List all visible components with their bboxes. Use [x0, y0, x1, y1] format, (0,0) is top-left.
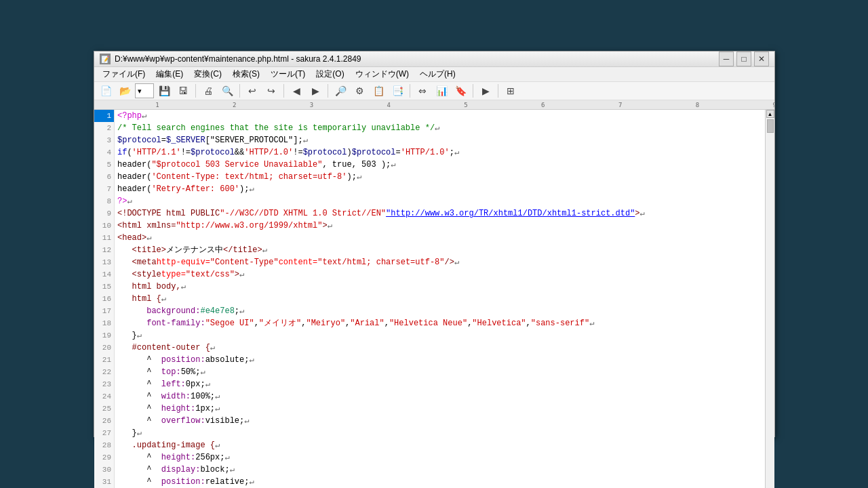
saveas-button[interactable]: 🖫	[174, 82, 192, 100]
line-num-29: 29	[94, 451, 114, 464]
line-num-17: 17	[94, 305, 114, 317]
line-num-7: 7	[94, 183, 114, 195]
menu-window[interactable]: ウィンドウ(W)	[350, 67, 414, 81]
menu-settings[interactable]: 設定(O)	[311, 67, 349, 81]
line-num-30: 30	[94, 464, 114, 476]
line-num-24: 24	[94, 390, 114, 403]
line-num-13: 13	[94, 256, 114, 268]
scroll-thumb-v[interactable]	[767, 119, 774, 133]
line-num-28: 28	[94, 439, 114, 451]
open-dropdown[interactable]: ▾	[135, 83, 154, 98]
title-bar-left: 📝 D:¥www¥wp¥wp-content¥maintenance.php.h…	[100, 54, 361, 64]
code-line-14: <style type="text/css">↵	[115, 268, 765, 281]
undo-button[interactable]: ↩	[243, 82, 261, 100]
code-line-12: <title>メンテナンス中</title>↵	[115, 244, 765, 256]
line-num-14: 14	[94, 268, 114, 281]
line-num-2: 2	[94, 122, 114, 134]
close-button[interactable]: ✕	[754, 52, 769, 66]
code-line-17: background:#e4e7e8;↵	[115, 305, 765, 317]
line-num-8: 8	[94, 195, 114, 207]
app-icon: 📝	[100, 54, 111, 64]
line-num-12: 12	[94, 244, 114, 256]
separator-6	[473, 84, 473, 98]
menu-help[interactable]: ヘルプ(H)	[414, 67, 461, 81]
code-line-5: header( "$protocol 503 Service Unavailab…	[115, 159, 765, 171]
nav-next-button[interactable]: ▶	[307, 82, 324, 100]
menu-tools[interactable]: ツール(T)	[265, 67, 311, 81]
fgrep-button[interactable]: 📑	[389, 82, 406, 100]
line-numbers: 1 2 3 4 5 6 7 8 9 10 11 12 13 14 15 16 1…	[94, 110, 115, 488]
line-num-18: 18	[94, 317, 114, 329]
code-line-7: header( 'Retry-After: 600' );↵	[115, 183, 765, 195]
vertical-scrollbar[interactable]: ▲ ▼	[765, 110, 774, 488]
line-num-10: 10	[94, 220, 114, 232]
toolbar: 📄 📂 ▾ 💾 🖫 🖨 🔍 ↩ ↪ ◀ ▶ 🔎 ⚙ 📋 📑 ⇔ 📊 🔖 ▶ ⊞	[94, 82, 774, 100]
save-button[interactable]: 💾	[155, 82, 173, 100]
code-line-30: ^ display:block;↵	[115, 464, 765, 476]
code-line-15: html body,↵	[115, 281, 765, 293]
line-num-25: 25	[94, 403, 114, 415]
nav-prev-button[interactable]: ◀	[288, 82, 305, 100]
line-num-19: 19	[94, 329, 114, 342]
code-line-13: <meta http-equiv="Content-Type" content=…	[115, 256, 765, 268]
code-line-4: if ( 'HTTP/1.1' != $protocol && 'HTTP/1.…	[115, 146, 765, 159]
line-num-15: 15	[94, 281, 114, 293]
code-line-23: ^ left: 0px;↵	[115, 378, 765, 390]
separator-2	[239, 84, 240, 98]
code-line-20: #content-outer {↵	[115, 342, 765, 354]
window-title: D:¥www¥wp¥wp-content¥maintenance.php.htm…	[115, 54, 361, 64]
menu-file[interactable]: ファイル(F)	[97, 67, 151, 81]
preview-button[interactable]: 🔍	[218, 82, 236, 100]
code-line-24: ^ width: 100%;↵	[115, 390, 765, 403]
line-num-21: 21	[94, 354, 114, 366]
code-line-29: ^ height:256px;↵	[115, 451, 765, 464]
code-line-26: ^ overflow: visible;↵	[115, 415, 765, 427]
code-line-25: ^ height: 1px;↵	[115, 403, 765, 415]
title-buttons: ─ □ ✕	[719, 52, 769, 66]
scroll-up-button[interactable]: ▲	[766, 110, 774, 118]
replace-button[interactable]: ⚙	[351, 82, 368, 100]
menu-edit[interactable]: 編集(E)	[151, 67, 189, 81]
minimize-button[interactable]: ─	[719, 52, 734, 66]
separator-4	[328, 84, 328, 98]
line-num-20: 20	[94, 342, 114, 354]
separator-5	[410, 84, 410, 98]
code-line-10: <html xmlns="http://www.w3.org/1999/xhtm…	[115, 220, 765, 232]
code-line-8: ?>↵	[115, 195, 765, 207]
table-button[interactable]: ⊞	[502, 82, 519, 100]
print-button[interactable]: 🖨	[199, 82, 217, 100]
code-line-28: .updating-image {↵	[115, 439, 765, 451]
line-num-26: 26	[94, 415, 114, 427]
menu-search[interactable]: 検索(S)	[227, 67, 265, 81]
line-num-31: 31	[94, 476, 114, 488]
code-line-21: ^ position: absolute;↵	[115, 354, 765, 366]
line-num-16: 16	[94, 293, 114, 305]
line-num-23: 23	[94, 378, 114, 390]
open-button[interactable]: 📂	[116, 82, 134, 100]
macro-button[interactable]: ▶	[477, 82, 494, 100]
line-num-3: 3	[94, 134, 114, 146]
code-content[interactable]: <?php↵ /* Tell search engines that the s…	[115, 110, 765, 488]
maximize-button[interactable]: □	[736, 52, 751, 66]
line-num-6: 6	[94, 171, 114, 183]
find-button[interactable]: 🔎	[332, 82, 349, 100]
menu-convert[interactable]: 変換(C)	[189, 67, 227, 81]
code-line-6: header( 'Content-Type: text/html; charse…	[115, 171, 765, 183]
line-num-11: 11	[94, 232, 114, 244]
line-num-5: 5	[94, 159, 114, 171]
outline-button[interactable]: 📊	[433, 82, 450, 100]
compare-button[interactable]: ⇔	[414, 82, 431, 100]
separator-3	[283, 84, 284, 98]
code-line-27: }↵	[115, 427, 765, 439]
new-button[interactable]: 📄	[97, 82, 115, 100]
line-num-27: 27	[94, 427, 114, 439]
separator-7	[498, 84, 498, 98]
redo-button[interactable]: ↪	[262, 82, 280, 100]
line-num-1: 1	[94, 110, 114, 122]
code-line-18: font-family: "Segoe UI", "メイリオ", "Meiryo…	[115, 317, 765, 329]
code-line-2: /* Tell search engines that the site is …	[115, 122, 765, 134]
line-num-4: 4	[94, 146, 114, 159]
line-num-9: 9	[94, 207, 114, 220]
bookmark-button[interactable]: 🔖	[452, 82, 469, 100]
grep-button[interactable]: 📋	[370, 82, 387, 100]
